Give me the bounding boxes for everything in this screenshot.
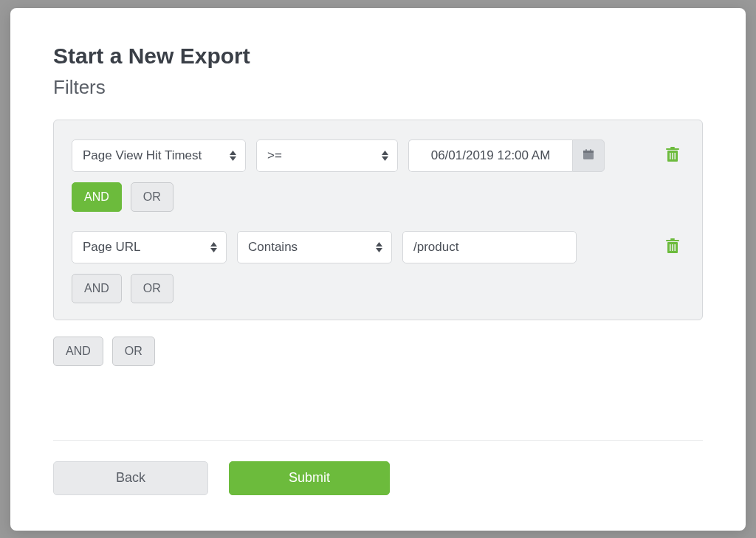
- or-button[interactable]: OR: [131, 274, 173, 303]
- filter-row: Page URL Contains: [72, 231, 684, 263]
- svg-rect-3: [583, 151, 594, 153]
- svg-rect-12: [670, 238, 675, 240]
- svg-rect-14: [672, 244, 673, 251]
- filters-heading: Filters: [53, 76, 703, 99]
- svg-rect-8: [672, 153, 673, 159]
- delete-filter-button[interactable]: [661, 233, 684, 261]
- action-row: Back Submit: [53, 461, 703, 495]
- footer-area: Back Submit: [53, 440, 703, 495]
- filter-operator-label: Contains: [248, 240, 298, 255]
- filter-field-select[interactable]: Page View Hit Timest: [72, 139, 246, 172]
- sort-icon: [210, 242, 217, 252]
- submit-button[interactable]: Submit: [229, 461, 390, 495]
- svg-rect-9: [675, 153, 676, 159]
- filter-operator-label: >=: [267, 148, 282, 163]
- filter-row: Page View Hit Timest >=: [72, 139, 684, 172]
- or-button[interactable]: OR: [131, 182, 173, 212]
- sort-icon: [382, 151, 388, 161]
- svg-rect-15: [675, 244, 676, 251]
- outer-logic-row: AND OR: [53, 337, 703, 366]
- calendar-icon: [583, 148, 594, 163]
- divider: [53, 440, 703, 441]
- delete-filter-button[interactable]: [661, 142, 684, 169]
- logic-row: AND OR: [72, 182, 684, 212]
- and-button[interactable]: AND: [72, 182, 122, 212]
- filter-field-label: Page URL: [83, 240, 140, 255]
- logic-row: AND OR: [72, 274, 684, 303]
- svg-rect-5: [666, 148, 679, 150]
- filter-field-label: Page View Hit Timest: [83, 148, 202, 163]
- export-modal: Start a New Export Filters Page View Hit…: [10, 8, 746, 531]
- and-button[interactable]: AND: [53, 337, 103, 366]
- back-button[interactable]: Back: [53, 461, 208, 495]
- datetime-input[interactable]: [408, 139, 572, 172]
- svg-rect-11: [666, 240, 679, 241]
- filter-field-select[interactable]: Page URL: [72, 231, 227, 263]
- and-button[interactable]: AND: [72, 274, 122, 303]
- svg-rect-13: [670, 244, 671, 251]
- sort-icon: [376, 242, 382, 252]
- filter-group: Page View Hit Timest >=: [53, 120, 703, 320]
- svg-rect-6: [670, 147, 675, 148]
- filter-value-input[interactable]: [402, 231, 577, 263]
- page-title: Start a New Export: [53, 44, 703, 69]
- sort-icon: [230, 151, 236, 161]
- datetime-picker: [408, 139, 605, 172]
- or-button[interactable]: OR: [112, 337, 155, 366]
- trash-icon: [665, 154, 680, 165]
- calendar-button[interactable]: [572, 139, 605, 172]
- svg-rect-7: [670, 153, 671, 159]
- filter-operator-select[interactable]: >=: [256, 139, 398, 172]
- trash-icon: [665, 245, 680, 256]
- filter-operator-select[interactable]: Contains: [237, 231, 392, 263]
